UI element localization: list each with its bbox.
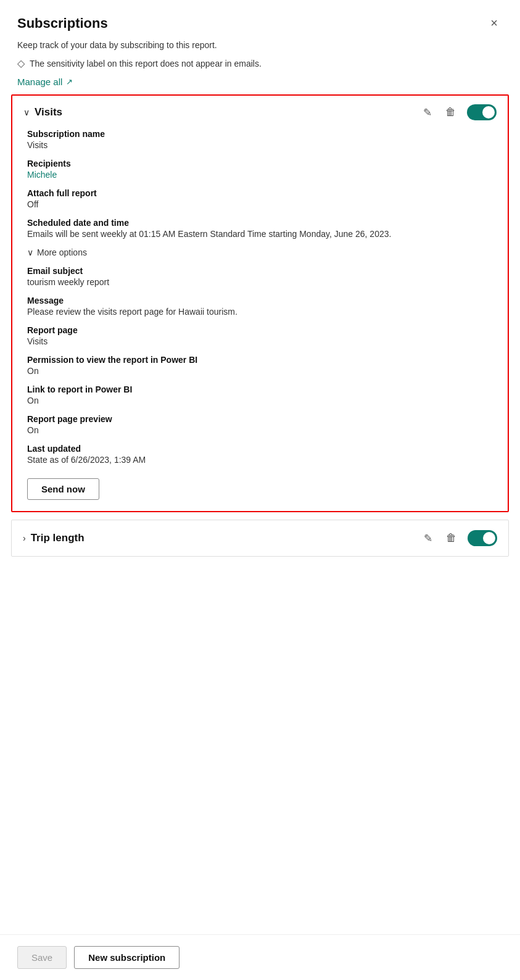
attach-full-report-label: Attach full report <box>27 188 493 198</box>
email-subject-value: tourism weekly report <box>27 277 493 287</box>
trip-length-header: › Trip length ✎ 🗑 <box>12 520 508 556</box>
trip-length-card: › Trip length ✎ 🗑 <box>11 520 509 557</box>
subscription-name-value: Visits <box>27 140 493 150</box>
visits-subscription-card: ∨ Visits ✎ 🗑 Subscription name Visits Re… <box>11 94 509 512</box>
permission-field: Permission to view the report in Power B… <box>27 355 493 376</box>
link-field: Link to report in Power BI On <box>27 384 493 405</box>
page-title: Subscriptions <box>17 15 108 31</box>
email-subject-label: Email subject <box>27 266 493 276</box>
visits-toggle[interactable] <box>467 104 497 120</box>
panel-header: Subscriptions × <box>0 0 520 39</box>
edit-icon: ✎ <box>423 107 432 118</box>
trip-length-header-left: › Trip length <box>23 532 416 544</box>
trip-length-chevron[interactable]: › <box>23 533 26 543</box>
trip-length-delete-icon: 🗑 <box>446 532 456 544</box>
more-options-row[interactable]: ∨ More options <box>27 247 493 257</box>
scheduled-value: Emails will be sent weekly at 01:15 AM E… <box>27 229 493 239</box>
attach-full-report-value: Off <box>27 199 493 209</box>
manage-all-row: Manage all ↗ <box>0 74 520 94</box>
report-page-field: Report page Visits <box>27 325 493 346</box>
visits-delete-button[interactable]: 🗑 <box>443 105 458 120</box>
preview-field: Report page preview On <box>27 414 493 435</box>
report-page-value: Visits <box>27 336 493 346</box>
preview-label: Report page preview <box>27 414 493 424</box>
recipients-field: Recipients Michele <box>27 159 493 180</box>
last-updated-value: State as of 6/26/2023, 1:39 AM <box>27 455 493 465</box>
email-subject-field: Email subject tourism weekly report <box>27 266 493 287</box>
trip-length-toggle[interactable] <box>468 530 497 546</box>
attach-full-report-field: Attach full report Off <box>27 188 493 209</box>
link-label: Link to report in Power BI <box>27 384 493 394</box>
permission-value: On <box>27 366 493 376</box>
card-header-left: ∨ Visits <box>23 106 416 118</box>
recipients-value[interactable]: Michele <box>27 170 493 180</box>
visits-chevron-icon[interactable]: ∨ <box>23 107 30 117</box>
new-subscription-button[interactable]: New subscription <box>74 946 180 969</box>
subscription-name-field: Subscription name Visits <box>27 129 493 150</box>
external-link-icon: ↗ <box>66 77 73 86</box>
message-field: Message Please review the visits report … <box>27 296 493 317</box>
trip-length-edit-button[interactable]: ✎ <box>421 531 435 546</box>
sensitivity-row: ◇ The sensitivity label on this report d… <box>0 55 520 74</box>
more-options-label: More options <box>37 247 87 257</box>
subtitle-text: Keep track of your data by subscribing t… <box>0 39 520 55</box>
trip-length-edit-icon: ✎ <box>424 533 432 544</box>
visits-card-body: Subscription name Visits Recipients Mich… <box>12 129 508 511</box>
link-value: On <box>27 396 493 405</box>
sensitivity-icon: ◇ <box>17 57 25 69</box>
subscription-name-label: Subscription name <box>27 129 493 139</box>
visits-card-header: ∨ Visits ✎ 🗑 <box>12 96 508 129</box>
manage-all-link[interactable]: Manage all ↗ <box>17 77 73 87</box>
manage-all-label: Manage all <box>17 77 62 87</box>
trip-length-actions: ✎ 🗑 <box>421 530 497 546</box>
more-options-chevron: ∨ <box>27 247 33 257</box>
last-updated-field: Last updated State as of 6/26/2023, 1:39… <box>27 444 493 465</box>
report-page-label: Report page <box>27 325 493 335</box>
message-label: Message <box>27 296 493 305</box>
visits-edit-button[interactable]: ✎ <box>421 105 434 120</box>
trip-length-delete-button[interactable]: 🗑 <box>444 531 459 546</box>
save-button[interactable]: Save <box>17 946 67 969</box>
visits-card-title: Visits <box>35 106 62 118</box>
trip-length-title: Trip length <box>31 532 85 544</box>
close-button[interactable]: × <box>485 14 503 33</box>
send-now-button[interactable]: Send now <box>27 478 99 500</box>
scheduled-field: Scheduled date and time Emails will be s… <box>27 218 493 239</box>
sensitivity-notice: The sensitivity label on this report doe… <box>30 59 262 69</box>
subscriptions-panel: Subscriptions × Keep track of your data … <box>0 0 520 980</box>
panel-footer: Save New subscription <box>0 934 520 980</box>
card-actions: ✎ 🗑 <box>421 104 497 120</box>
preview-value: On <box>27 425 493 435</box>
scheduled-label: Scheduled date and time <box>27 218 493 228</box>
message-value: Please review the visits report page for… <box>27 307 493 317</box>
last-updated-label: Last updated <box>27 444 493 454</box>
recipients-label: Recipients <box>27 159 493 168</box>
permission-label: Permission to view the report in Power B… <box>27 355 493 365</box>
spacer <box>0 564 520 934</box>
delete-icon: 🗑 <box>445 106 456 118</box>
